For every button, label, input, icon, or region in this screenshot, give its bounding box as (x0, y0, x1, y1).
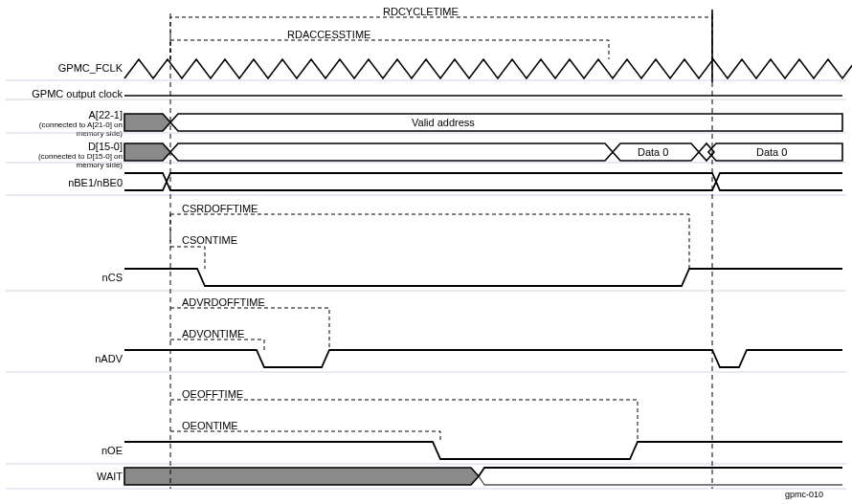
timing-diagram: RDCYCLETIME RDACCESSTIME GPMC_FCLK GPMC … (0, 0, 852, 504)
svg-marker-12 (124, 143, 170, 161)
svg-marker-16 (708, 143, 842, 161)
svg-marker-10 (124, 114, 170, 131)
svg-marker-14 (613, 143, 699, 161)
svg-marker-17 (124, 468, 479, 485)
waveforms-svg (0, 0, 852, 504)
svg-marker-11 (170, 114, 842, 131)
svg-marker-13 (170, 143, 613, 161)
